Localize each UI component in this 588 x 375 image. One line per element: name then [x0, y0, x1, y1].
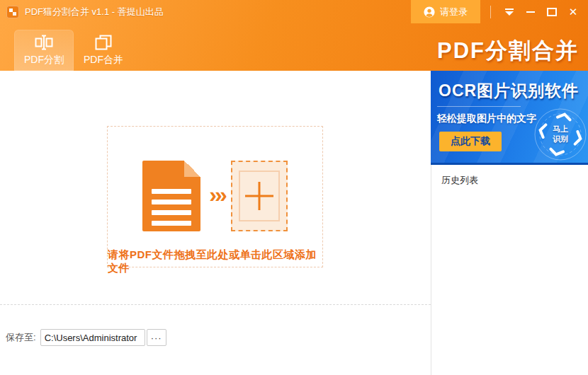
maximize-button[interactable] [541, 0, 562, 23]
menu-icon [505, 8, 514, 10]
close-icon: ✕ [569, 6, 578, 17]
transfer-chevrons-icon: ›» [209, 183, 225, 206]
badge-line2: 识别 [553, 134, 568, 144]
main-panel: ›» 请将PDF文件拖拽至此处或单击此区域添加文件 保存至: ··· [0, 71, 431, 375]
brand-title: PDF分割合并 [437, 36, 579, 66]
window-title: PDF猫分割合并 v1.1 - 菩提山出品 [25, 6, 164, 18]
tab-pdf-split[interactable]: PDF分割 [14, 30, 74, 71]
ad-decoration-line [437, 106, 521, 110]
history-list-label: 历史列表 [431, 165, 588, 187]
dropzone-caption: 请将PDF文件拖拽至此处或单击此区域添加文件 [108, 248, 322, 275]
save-path-row: 保存至: ··· [6, 329, 166, 346]
close-button[interactable]: ✕ [562, 0, 584, 23]
app-logo-icon [6, 6, 19, 18]
chevron-down-icon [505, 11, 514, 16]
recognize-now-badge[interactable]: 马上 识别 [533, 108, 587, 161]
page-fold-icon [184, 161, 200, 177]
tab-label: PDF合并 [84, 54, 123, 67]
sidebar: OCR图片识别软件 轻松提取图片中的文字 点此下载 [431, 71, 588, 375]
download-button[interactable]: 点此下载 [439, 132, 502, 151]
badge-line1: 马上 [553, 125, 568, 134]
minimize-icon [526, 11, 535, 13]
tab-pdf-merge[interactable]: PDF合并 [74, 30, 133, 71]
app-body: ›» 请将PDF文件拖拽至此处或单击此区域添加文件 保存至: ··· OCR图片… [0, 71, 588, 375]
tab-label: PDF分割 [24, 54, 64, 67]
ocr-ad-banner[interactable]: OCR图片识别软件 轻松提取图片中的文字 点此下载 [431, 71, 588, 165]
ad-title: OCR图片识别软件 [439, 80, 588, 102]
main-menu-button[interactable] [499, 0, 520, 23]
browse-button[interactable]: ··· [147, 329, 166, 346]
user-icon [424, 6, 435, 18]
login-button[interactable]: 请登录 [411, 0, 480, 23]
app-window: PDF猫分割合并 v1.1 - 菩提山出品 请登录 [0, 0, 588, 375]
merge-icon [95, 35, 112, 50]
minimize-button[interactable] [520, 0, 541, 23]
pdf-document-icon [142, 161, 200, 231]
add-file-placeholder [231, 161, 288, 231]
tab-bar: PDF分割 PDF合并 [14, 30, 133, 71]
pdf-dropzone[interactable]: ›» 请将PDF文件拖拽至此处或单击此区域添加文件 [107, 126, 323, 267]
header: PDF猫分割合并 v1.1 - 菩提山出品 请登录 [0, 0, 588, 71]
dropzone-illustration: ›» [142, 161, 287, 231]
save-path-input[interactable] [40, 329, 145, 346]
horizontal-separator [0, 304, 431, 305]
titlebar: PDF猫分割合并 v1.1 - 菩提山出品 请登录 [0, 0, 588, 23]
login-label: 请登录 [440, 6, 468, 18]
split-icon [35, 35, 53, 50]
titlebar-divider [490, 6, 491, 18]
maximize-icon [547, 8, 557, 16]
titlebar-controls: 请登录 ✕ [411, 0, 588, 23]
save-to-label: 保存至: [6, 331, 36, 344]
